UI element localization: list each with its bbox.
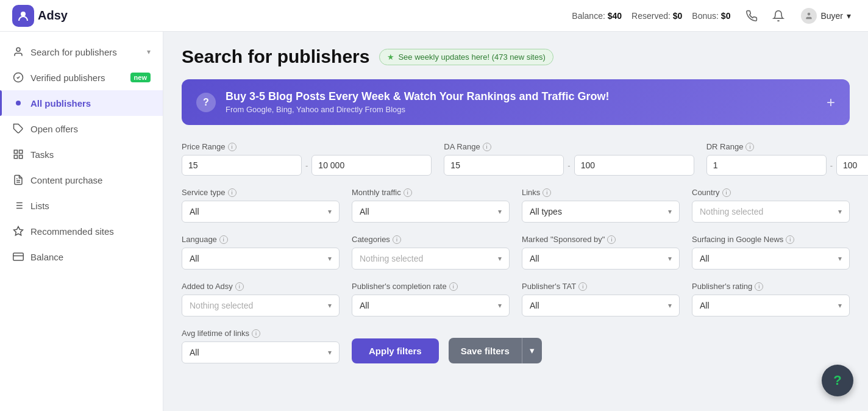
added-to-adsy-select[interactable]: Nothing selected ▾ <box>182 295 340 316</box>
bonus-item: Bonus: $0 <box>692 11 730 21</box>
avg-lifetime-label: Avg lifetime of links i <box>182 329 340 338</box>
da-min-input[interactable] <box>444 155 564 176</box>
language-select[interactable]: All ▾ <box>182 248 340 270</box>
categories-btn[interactable]: Nothing selected ▾ <box>352 248 510 270</box>
da-max-input[interactable] <box>574 155 694 176</box>
person-icon <box>12 46 24 58</box>
sidebar-item-lists[interactable]: Lists <box>0 193 163 218</box>
dr-range-inputs: - <box>706 155 868 176</box>
svg-point-1 <box>808 12 811 15</box>
categories-info-icon[interactable]: i <box>393 235 401 244</box>
help-icon: ? <box>833 373 841 388</box>
svg-marker-17 <box>14 227 23 235</box>
language-btn[interactable]: All ▾ <box>182 248 340 270</box>
language-group: Language i All ▾ <box>182 235 340 270</box>
marked-sponsored-label: Marked "Sponsored by" i <box>522 235 680 244</box>
grid-icon <box>12 148 24 160</box>
service-type-btn[interactable]: All ▾ <box>182 201 340 223</box>
completion-rate-group: Publisher's completion rate i All ▾ <box>352 282 510 316</box>
publisher-rating-info-icon[interactable]: i <box>755 282 763 291</box>
promo-banner: ? Buy 3-5 Blog Posts Every Week & Watch … <box>182 79 850 125</box>
dr-max-input[interactable] <box>836 155 868 176</box>
da-range-group: DA Range i - <box>444 142 694 176</box>
dr-min-input[interactable] <box>706 155 827 176</box>
language-info-icon[interactable]: i <box>219 235 228 244</box>
categories-group: Categories i Nothing selected ▾ <box>352 235 510 270</box>
publisher-rating-select[interactable]: All ▾ <box>692 295 850 316</box>
chevron-down-icon: ▾ <box>328 348 332 357</box>
surfacing-google-news-select[interactable]: All ▾ <box>692 248 850 270</box>
save-filters-chevron-button[interactable]: ▾ <box>522 338 542 363</box>
links-info-icon[interactable]: i <box>542 188 551 197</box>
tat-select[interactable]: All ▾ <box>522 295 680 316</box>
save-filters-button[interactable]: Save filters <box>449 338 522 363</box>
phone-icon[interactable] <box>742 7 761 25</box>
completion-rate-info-icon[interactable]: i <box>449 282 458 291</box>
apply-filters-button[interactable]: Apply filters <box>352 338 439 363</box>
sidebar-item-open-offers[interactable]: Open offers <box>0 116 163 141</box>
sidebar-item-content-purchase[interactable]: Content purchase <box>0 167 163 193</box>
chevron-down-icon: ▾ <box>328 207 332 216</box>
price-range-info-icon[interactable]: i <box>228 143 237 151</box>
user-chevron-icon: ▾ <box>847 11 851 21</box>
da-range-label: DA Range i <box>444 142 694 151</box>
da-range-info-icon[interactable]: i <box>483 143 491 151</box>
sidebar-item-search-publishers[interactable]: Search for publishers ▾ <box>0 39 163 65</box>
sidebar-item-verified-publishers[interactable]: Verified publishers new <box>0 65 163 90</box>
sidebar-item-balance[interactable]: Balance <box>0 244 163 270</box>
country-info-icon[interactable]: i <box>722 188 731 197</box>
marked-sponsored-select[interactable]: All ▾ <box>522 248 680 270</box>
surfacing-google-news-group: Surfacing in Google News i All ▾ <box>692 235 850 270</box>
price-max-input[interactable] <box>311 155 432 176</box>
country-select[interactable]: Nothing selected ▾ <box>692 201 850 223</box>
surfacing-google-news-info-icon[interactable]: i <box>786 235 794 244</box>
country-btn[interactable]: Nothing selected ▾ <box>692 201 850 223</box>
added-to-adsy-info-icon[interactable]: i <box>235 282 244 291</box>
service-type-group: Service type i All ▾ <box>182 188 340 223</box>
marked-sponsored-btn[interactable]: All ▾ <box>522 248 680 270</box>
sidebar-item-recommended-sites[interactable]: Recommended sites <box>0 218 163 244</box>
bell-icon[interactable] <box>769 7 788 25</box>
added-to-adsy-btn[interactable]: Nothing selected ▾ <box>182 295 340 316</box>
categories-select[interactable]: Nothing selected ▾ <box>352 248 510 270</box>
links-select[interactable]: All types ▾ <box>522 201 680 223</box>
sidebar-item-all-publishers[interactable]: All publishers <box>0 90 163 116</box>
monthly-traffic-info-icon[interactable]: i <box>404 188 412 197</box>
surfacing-google-news-btn[interactable]: All ▾ <box>692 248 850 270</box>
publisher-rating-group: Publisher's rating i All ▾ <box>692 282 850 316</box>
tat-btn[interactable]: All ▾ <box>522 295 680 316</box>
price-min-input[interactable] <box>182 155 302 176</box>
tat-value: All <box>530 301 539 310</box>
price-range-inputs: - <box>182 155 432 176</box>
promo-subtitle: From Google, Bing, Yahoo and Directly Fr… <box>226 105 817 114</box>
weekly-badge[interactable]: ★ See weekly updates here! (473 new site… <box>379 49 553 65</box>
completion-rate-label: Publisher's completion rate i <box>352 282 510 291</box>
chevron-down-icon: ▾ <box>668 254 672 263</box>
dr-range-info-icon[interactable]: i <box>745 143 754 151</box>
monthly-traffic-value: All <box>360 207 369 216</box>
service-type-select[interactable]: All ▾ <box>182 201 340 223</box>
avg-lifetime-info-icon[interactable]: i <box>252 329 260 338</box>
completion-rate-select[interactable]: All ▾ <box>352 295 510 316</box>
sidebar-item-tasks[interactable]: Tasks <box>0 141 163 167</box>
monthly-traffic-select[interactable]: All ▾ <box>352 201 510 223</box>
dr-range-group: DR Range i - <box>706 142 868 176</box>
user-button[interactable]: Buyer ▾ <box>796 5 856 26</box>
avg-lifetime-select[interactable]: All ▾ <box>182 341 340 363</box>
publisher-rating-btn[interactable]: All ▾ <box>692 295 850 316</box>
monthly-traffic-btn[interactable]: All ▾ <box>352 201 510 223</box>
links-btn[interactable]: All types ▾ <box>522 201 680 223</box>
marked-sponsored-info-icon[interactable]: i <box>607 235 616 244</box>
help-fab-button[interactable]: ? <box>822 365 853 396</box>
promo-close-button[interactable]: + <box>827 94 835 111</box>
tat-info-icon[interactable]: i <box>578 282 587 291</box>
service-type-info-icon[interactable]: i <box>228 188 237 197</box>
links-label: Links i <box>522 188 680 197</box>
svg-rect-7 <box>20 155 23 159</box>
logo[interactable]: Adsy <box>12 5 68 27</box>
avg-lifetime-btn[interactable]: All ▾ <box>182 341 340 363</box>
reserved-item: Reserved: $0 <box>631 11 682 21</box>
svg-rect-18 <box>13 253 24 260</box>
completion-rate-btn[interactable]: All ▾ <box>352 295 510 316</box>
new-badge: new <box>130 73 151 82</box>
